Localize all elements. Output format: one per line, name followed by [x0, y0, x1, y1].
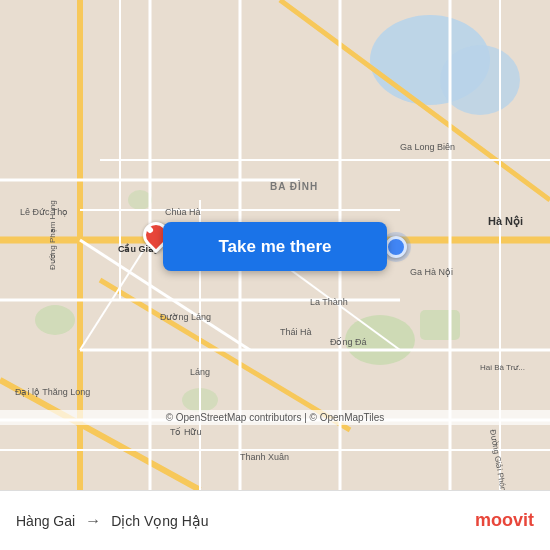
svg-text:Chùa Hà: Chùa Hà: [165, 207, 201, 217]
svg-text:Hà Nội: Hà Nội: [488, 215, 523, 228]
svg-text:Thái Hà: Thái Hà: [280, 327, 312, 337]
destination-pin: [143, 222, 163, 250]
svg-text:Đống Đá: Đống Đá: [330, 337, 367, 347]
svg-text:Thanh Xuân: Thanh Xuân: [240, 452, 289, 462]
svg-text:Ga Long Biên: Ga Long Biên: [400, 142, 455, 152]
map-attribution: © OpenStreetMap contributors | © OpenMap…: [0, 410, 550, 425]
route-destination: Dịch Vọng Hậu: [111, 513, 208, 529]
svg-text:Ga Hà Nội: Ga Hà Nội: [410, 267, 453, 277]
svg-point-5: [35, 305, 75, 335]
svg-text:Láng: Láng: [190, 367, 210, 377]
origin-dot: [385, 236, 407, 258]
route-arrow-icon: →: [85, 512, 101, 530]
svg-text:Tố Hữu: Tố Hữu: [170, 427, 202, 437]
take-me-there-button[interactable]: Take me there: [163, 222, 387, 271]
svg-rect-4: [420, 310, 460, 340]
svg-point-7: [128, 190, 152, 210]
svg-text:Đường Láng: Đường Láng: [160, 312, 211, 322]
svg-text:Đại lộ Thăng Long: Đại lộ Thăng Long: [15, 387, 90, 397]
svg-text:Hai Bà Trư...: Hai Bà Trư...: [480, 363, 525, 372]
svg-point-2: [440, 45, 520, 115]
svg-text:BA ĐÌNH: BA ĐÌNH: [270, 180, 318, 192]
route-origin: Hàng Gai: [16, 513, 75, 529]
svg-text:La Thành: La Thành: [310, 297, 348, 307]
map-container: Lê Đức Thọ Đường Phạm Hùng Cầu Giấy Chùa…: [0, 0, 550, 490]
moovit-logo: moovit: [475, 510, 534, 531]
svg-text:Lê Đức Thọ: Lê Đức Thọ: [20, 207, 68, 217]
moovit-brand-text: moovit: [475, 510, 534, 531]
bottom-bar: Hàng Gai → Dịch Vọng Hậu moovit: [0, 490, 550, 550]
svg-text:Đường Phạm Hùng: Đường Phạm Hùng: [48, 200, 57, 270]
